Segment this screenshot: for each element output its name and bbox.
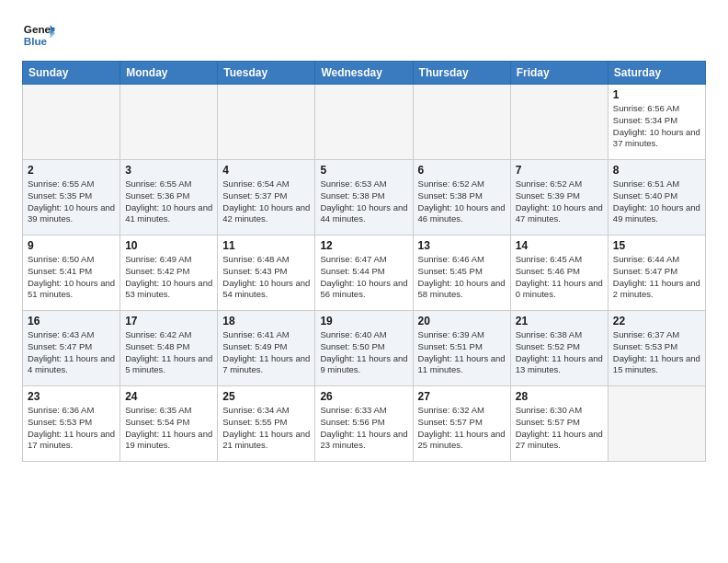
day-number: 26 (320, 390, 407, 403)
day-info: Sunrise: 6:33 AM Sunset: 5:56 PM Dayligh… (320, 405, 407, 452)
weekday-tuesday: Tuesday (218, 62, 315, 85)
day-number: 6 (418, 164, 506, 177)
calendar-cell (413, 85, 510, 160)
day-number: 7 (516, 164, 603, 177)
calendar: SundayMondayTuesdayWednesdayThursdayFrid… (22, 61, 706, 462)
week-row-2: 2Sunrise: 6:55 AM Sunset: 5:35 PM Daylig… (23, 160, 706, 236)
day-number: 1 (613, 88, 700, 101)
day-info: Sunrise: 6:42 AM Sunset: 5:48 PM Dayligh… (125, 329, 212, 376)
week-row-3: 9Sunrise: 6:50 AM Sunset: 5:41 PM Daylig… (23, 236, 706, 311)
logo-icon: General Blue (22, 18, 55, 52)
day-number: 5 (320, 164, 407, 177)
day-number: 4 (222, 164, 310, 177)
calendar-cell: 20Sunrise: 6:39 AM Sunset: 5:51 PM Dayli… (413, 311, 510, 386)
calendar-cell (218, 85, 315, 160)
calendar-cell: 12Sunrise: 6:47 AM Sunset: 5:44 PM Dayli… (315, 236, 413, 311)
day-info: Sunrise: 6:37 AM Sunset: 5:53 PM Dayligh… (613, 329, 700, 376)
calendar-cell: 7Sunrise: 6:52 AM Sunset: 5:39 PM Daylig… (510, 160, 608, 236)
calendar-cell (23, 85, 120, 160)
day-info: Sunrise: 6:40 AM Sunset: 5:50 PM Dayligh… (320, 329, 407, 376)
calendar-cell: 27Sunrise: 6:32 AM Sunset: 5:57 PM Dayli… (413, 386, 510, 462)
day-number: 28 (516, 390, 603, 403)
day-info: Sunrise: 6:44 AM Sunset: 5:47 PM Dayligh… (613, 254, 700, 301)
day-number: 10 (125, 239, 212, 252)
weekday-friday: Friday (510, 62, 608, 85)
page: General Blue SundayMondayTuesdayWednesda… (0, 0, 728, 563)
day-info: Sunrise: 6:54 AM Sunset: 5:37 PM Dayligh… (222, 178, 310, 225)
svg-text:Blue: Blue (24, 35, 48, 47)
calendar-cell: 14Sunrise: 6:45 AM Sunset: 5:46 PM Dayli… (510, 236, 608, 311)
day-info: Sunrise: 6:45 AM Sunset: 5:46 PM Dayligh… (516, 254, 603, 301)
header: General Blue (22, 18, 706, 52)
calendar-cell: 1Sunrise: 6:56 AM Sunset: 5:34 PM Daylig… (608, 85, 705, 160)
calendar-cell: 15Sunrise: 6:44 AM Sunset: 5:47 PM Dayli… (608, 236, 705, 311)
day-info: Sunrise: 6:38 AM Sunset: 5:52 PM Dayligh… (516, 329, 603, 376)
day-info: Sunrise: 6:52 AM Sunset: 5:39 PM Dayligh… (516, 178, 603, 225)
day-number: 21 (516, 315, 603, 327)
day-number: 2 (28, 164, 115, 177)
day-number: 14 (516, 239, 603, 252)
weekday-sunday: Sunday (23, 62, 120, 85)
logo: General Blue (22, 18, 55, 52)
day-info: Sunrise: 6:43 AM Sunset: 5:47 PM Dayligh… (28, 329, 115, 376)
day-number: 18 (222, 315, 310, 327)
calendar-cell: 21Sunrise: 6:38 AM Sunset: 5:52 PM Dayli… (510, 311, 608, 386)
day-info: Sunrise: 6:55 AM Sunset: 5:36 PM Dayligh… (125, 178, 212, 225)
day-number: 24 (125, 390, 212, 403)
day-number: 13 (418, 239, 506, 252)
calendar-cell: 11Sunrise: 6:48 AM Sunset: 5:43 PM Dayli… (218, 236, 315, 311)
calendar-cell: 18Sunrise: 6:41 AM Sunset: 5:49 PM Dayli… (218, 311, 315, 386)
day-info: Sunrise: 6:32 AM Sunset: 5:57 PM Dayligh… (418, 405, 506, 452)
day-info: Sunrise: 6:35 AM Sunset: 5:54 PM Dayligh… (125, 405, 212, 452)
day-number: 19 (320, 315, 407, 327)
day-number: 3 (125, 164, 212, 177)
weekday-header-row: SundayMondayTuesdayWednesdayThursdayFrid… (23, 62, 706, 85)
calendar-cell: 3Sunrise: 6:55 AM Sunset: 5:36 PM Daylig… (120, 160, 218, 236)
calendar-cell (120, 85, 218, 160)
day-info: Sunrise: 6:53 AM Sunset: 5:38 PM Dayligh… (320, 178, 407, 225)
calendar-cell: 5Sunrise: 6:53 AM Sunset: 5:38 PM Daylig… (315, 160, 413, 236)
calendar-cell: 10Sunrise: 6:49 AM Sunset: 5:42 PM Dayli… (120, 236, 218, 311)
day-number: 12 (320, 239, 407, 252)
calendar-cell: 25Sunrise: 6:34 AM Sunset: 5:55 PM Dayli… (218, 386, 315, 462)
day-info: Sunrise: 6:47 AM Sunset: 5:44 PM Dayligh… (320, 254, 407, 301)
day-number: 22 (613, 315, 700, 327)
day-info: Sunrise: 6:56 AM Sunset: 5:34 PM Dayligh… (613, 103, 700, 150)
calendar-cell: 8Sunrise: 6:51 AM Sunset: 5:40 PM Daylig… (608, 160, 705, 236)
calendar-cell (315, 85, 413, 160)
day-info: Sunrise: 6:55 AM Sunset: 5:35 PM Dayligh… (28, 178, 115, 225)
calendar-cell (608, 386, 705, 462)
calendar-cell: 4Sunrise: 6:54 AM Sunset: 5:37 PM Daylig… (218, 160, 315, 236)
day-number: 15 (613, 239, 700, 252)
day-number: 23 (28, 390, 115, 403)
day-info: Sunrise: 6:41 AM Sunset: 5:49 PM Dayligh… (222, 329, 310, 376)
weekday-thursday: Thursday (413, 62, 510, 85)
calendar-cell: 9Sunrise: 6:50 AM Sunset: 5:41 PM Daylig… (23, 236, 120, 311)
calendar-cell: 16Sunrise: 6:43 AM Sunset: 5:47 PM Dayli… (23, 311, 120, 386)
day-number: 8 (613, 164, 700, 177)
calendar-cell: 13Sunrise: 6:46 AM Sunset: 5:45 PM Dayli… (413, 236, 510, 311)
calendar-cell: 2Sunrise: 6:55 AM Sunset: 5:35 PM Daylig… (23, 160, 120, 236)
calendar-cell: 26Sunrise: 6:33 AM Sunset: 5:56 PM Dayli… (315, 386, 413, 462)
day-info: Sunrise: 6:36 AM Sunset: 5:53 PM Dayligh… (28, 405, 115, 452)
calendar-cell: 23Sunrise: 6:36 AM Sunset: 5:53 PM Dayli… (23, 386, 120, 462)
week-row-4: 16Sunrise: 6:43 AM Sunset: 5:47 PM Dayli… (23, 311, 706, 386)
day-info: Sunrise: 6:34 AM Sunset: 5:55 PM Dayligh… (222, 405, 310, 452)
weekday-saturday: Saturday (608, 62, 705, 85)
day-info: Sunrise: 6:46 AM Sunset: 5:45 PM Dayligh… (418, 254, 506, 301)
day-info: Sunrise: 6:48 AM Sunset: 5:43 PM Dayligh… (222, 254, 310, 301)
calendar-cell: 17Sunrise: 6:42 AM Sunset: 5:48 PM Dayli… (120, 311, 218, 386)
day-number: 9 (28, 239, 115, 252)
day-info: Sunrise: 6:51 AM Sunset: 5:40 PM Dayligh… (613, 178, 700, 225)
day-number: 25 (222, 390, 310, 403)
day-number: 16 (28, 315, 115, 327)
weekday-monday: Monday (120, 62, 218, 85)
calendar-cell: 22Sunrise: 6:37 AM Sunset: 5:53 PM Dayli… (608, 311, 705, 386)
day-info: Sunrise: 6:39 AM Sunset: 5:51 PM Dayligh… (418, 329, 506, 376)
day-number: 27 (418, 390, 506, 403)
calendar-cell: 19Sunrise: 6:40 AM Sunset: 5:50 PM Dayli… (315, 311, 413, 386)
calendar-cell: 24Sunrise: 6:35 AM Sunset: 5:54 PM Dayli… (120, 386, 218, 462)
calendar-cell: 28Sunrise: 6:30 AM Sunset: 5:57 PM Dayli… (510, 386, 608, 462)
day-number: 11 (222, 239, 310, 252)
week-row-5: 23Sunrise: 6:36 AM Sunset: 5:53 PM Dayli… (23, 386, 706, 462)
